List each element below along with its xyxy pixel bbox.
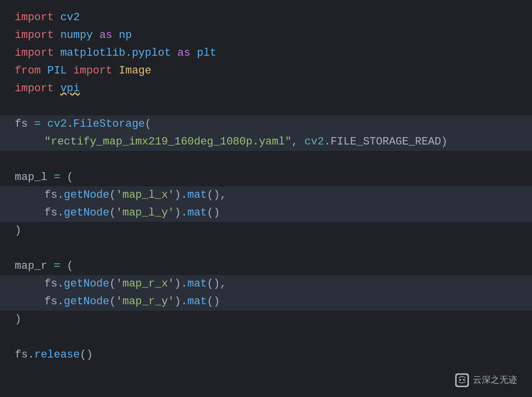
code-line: fs.getNode('map_r_x').mat(), [0, 275, 532, 293]
alias-name: np [119, 27, 132, 44]
string-literal: 'map_r_x' [116, 275, 174, 292]
code-line: fs.getNode('map_l_y').mat() [0, 204, 532, 222]
method-name: release [34, 346, 80, 363]
method-name: getNode [64, 293, 109, 310]
code-line: import cv2 [0, 9, 532, 27]
module-name: numpy [60, 27, 93, 44]
class-name: Image [119, 62, 151, 79]
operator: = [34, 115, 41, 133]
variable: map_r [15, 257, 47, 275]
code-line: map_r = ( [0, 257, 532, 275]
string-literal: 'map_l_y' [116, 204, 174, 221]
empty-line [0, 98, 532, 115]
svg-point-2 [463, 379, 465, 381]
empty-line [0, 328, 532, 346]
code-line: fs = cv2.FileStorage( [0, 115, 532, 133]
empty-line [0, 151, 532, 169]
svg-point-1 [459, 379, 461, 381]
variable: fs [44, 293, 57, 310]
method-name: mat [187, 293, 207, 310]
class-ref: FileStorage [73, 115, 145, 133]
string-literal: "rectify_map_imx219_160deg_1080p.yaml" [44, 133, 292, 150]
code-line: fs.getNode('map_r_y').mat() [0, 293, 532, 311]
code-line: fs.getNode('map_l_x').mat(), [0, 186, 532, 204]
variable: fs [44, 204, 57, 221]
keyword-import: import [15, 80, 54, 97]
keyword-as: as [177, 44, 190, 62]
keyword-import: import [15, 27, 54, 44]
code-line: fs.release() [0, 346, 532, 364]
module-name: cv2 [60, 9, 80, 26]
code-line: "rectify_map_imx219_160deg_1080p.yaml", … [0, 133, 532, 151]
method-name: mat [187, 186, 207, 204]
keyword-import: import [15, 44, 54, 62]
string-literal: 'map_r_y' [116, 293, 174, 310]
code-line: from PIL import Image [0, 62, 532, 80]
method-name: getNode [64, 186, 109, 204]
variable: fs [15, 346, 28, 363]
method-name: getNode [64, 204, 109, 221]
wechat-icon [455, 373, 469, 387]
keyword-import: import [73, 62, 112, 79]
close-paren: ) [15, 222, 21, 239]
code-line: map_l = ( [0, 169, 532, 186]
constant: FILE_STORAGE_READ) [331, 133, 448, 150]
keyword-as: as [100, 27, 112, 44]
operator: = [54, 257, 60, 275]
watermark: 云深之无迹 [455, 373, 517, 387]
code-line: ) [0, 311, 532, 328]
close-paren: ) [15, 311, 21, 328]
keyword-from: from [15, 62, 41, 79]
variable: fs [15, 115, 28, 133]
alias-name: plt [197, 44, 217, 62]
method-name: mat [187, 204, 207, 221]
method-name: mat [187, 275, 207, 292]
module-name-squiggle: vpi [60, 80, 80, 97]
operator: = [54, 169, 60, 186]
module-ref: cv2 [47, 115, 67, 133]
string-literal: 'map_l_x' [116, 186, 174, 204]
code-line: ) [0, 222, 532, 240]
variable: fs [44, 186, 57, 204]
module-ref: cv2 [304, 133, 324, 150]
method-name: getNode [64, 275, 109, 292]
variable: map_l [15, 169, 47, 186]
variable: fs [44, 275, 57, 292]
code-line: import matplotlib.pyplot as plt [0, 44, 532, 62]
empty-line [0, 240, 532, 257]
module-name: matplotlib.pyplot [60, 44, 170, 62]
code-line: import numpy as np [0, 27, 532, 44]
module-name: PIL [47, 62, 67, 79]
keyword-import: import [15, 9, 54, 26]
watermark-text: 云深之无迹 [473, 373, 517, 387]
code-editor: import cv2 import numpy as np import mat… [0, 0, 532, 397]
code-line: import vpi [0, 80, 532, 98]
